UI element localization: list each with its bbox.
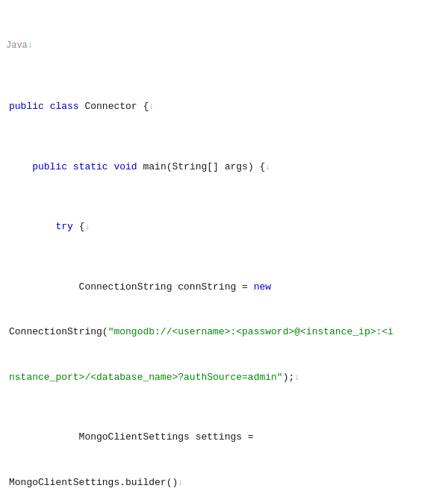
code-line: ConnectionString connString = new (3, 280, 448, 295)
code-line: public class Connector {↓ (3, 99, 448, 114)
language-label: Java↓ (3, 36, 448, 54)
code-block: Java↓ public class Connector {↓ public s… (0, 0, 448, 503)
code-line: try {↓ (3, 219, 448, 234)
newline-indicator: ↓ (28, 40, 33, 51)
code-line: nstance_port>/<database_name>?authSource… (3, 370, 448, 385)
code-line: MongoClientSettings.builder()↓ (3, 475, 448, 490)
code-line: public static void main(String[] args) {… (3, 160, 448, 175)
code-line: MongoClientSettings settings = (3, 430, 448, 445)
code-line: ConnectionString("mongodb://<username>:<… (3, 325, 448, 340)
